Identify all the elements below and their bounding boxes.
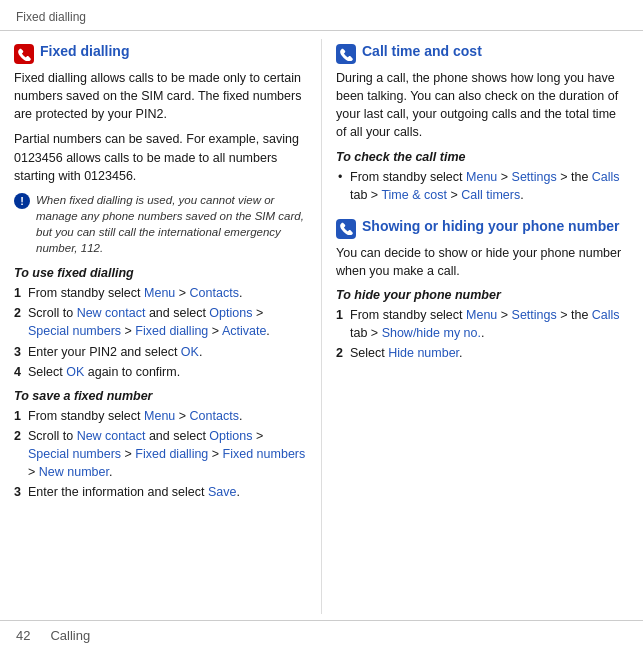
warning-icon: ! [14, 193, 30, 209]
link-hide-number[interactable]: Hide number [388, 346, 459, 360]
step-4: 4 Select OK again to confirm. [14, 363, 307, 381]
hide-step-1: 1 From standby select Menu > Settings > … [336, 306, 629, 342]
use-fixed-dialling-steps: 1 From standby select Menu > Contacts. 2… [14, 284, 307, 381]
save-fixed-number-heading: To save a fixed number [14, 389, 307, 403]
step-2: 2 Scroll to New contact and select Optio… [14, 304, 307, 340]
save-step-2: 2 Scroll to New contact and select Optio… [14, 427, 307, 481]
hide-number-heading: To hide your phone number [336, 288, 629, 302]
link-new-number[interactable]: New number [39, 465, 109, 479]
fixed-dialling-body2: Partial numbers can be saved. For exampl… [14, 130, 307, 184]
link-fixed-numbers[interactable]: Fixed numbers [223, 447, 306, 461]
link-menu-3[interactable]: Menu [466, 170, 497, 184]
step-1: 1 From standby select Menu > Contacts. [14, 284, 307, 302]
fixed-dialling-icon [14, 44, 34, 64]
phone-icon-3 [340, 222, 353, 235]
link-calls-tab-2[interactable]: Calls [592, 308, 620, 322]
link-special-numbers-1[interactable]: Special numbers [28, 324, 121, 338]
link-options-2[interactable]: Options [209, 429, 252, 443]
link-new-contact-1[interactable]: New contact [77, 306, 146, 320]
link-ok-2[interactable]: OK [66, 365, 84, 379]
top-label-text: Fixed dialling [16, 10, 86, 24]
link-new-contact-2[interactable]: New contact [77, 429, 146, 443]
link-time-cost[interactable]: Time & cost [381, 188, 447, 202]
page-number: 42 [16, 628, 30, 643]
warning-icon-mark: ! [20, 195, 24, 207]
warning-block: ! When fixed dialling is used, you canno… [14, 192, 307, 256]
hide-step-2: 2 Select Hide number. [336, 344, 629, 362]
call-time-body: During a call, the phone shows how long … [336, 69, 629, 142]
link-contacts-2[interactable]: Contacts [190, 409, 239, 423]
show-hide-body: You can decide to show or hide your phon… [336, 244, 629, 280]
save-step-1: 1 From standby select Menu > Contacts. [14, 407, 307, 425]
link-calls-tab-1[interactable]: Calls [592, 170, 620, 184]
show-hide-icon [336, 219, 356, 239]
link-menu-2[interactable]: Menu [144, 409, 175, 423]
link-call-timers[interactable]: Call timers [461, 188, 520, 202]
warning-text: When fixed dialling is used, you cannot … [36, 192, 307, 256]
left-column: Fixed dialling Fixed dialling allows cal… [0, 39, 322, 614]
show-hide-header: Showing or hiding your phone number [336, 218, 629, 239]
link-show-hide[interactable]: Show/hide my no. [382, 326, 481, 340]
link-settings-1[interactable]: Settings [512, 170, 557, 184]
link-ok-1[interactable]: OK [181, 345, 199, 359]
check-call-time-item: From standby select Menu > Settings > th… [336, 168, 629, 204]
phone-icon [18, 48, 31, 61]
link-menu-4[interactable]: Menu [466, 308, 497, 322]
link-save[interactable]: Save [208, 485, 237, 499]
link-options-1[interactable]: Options [209, 306, 252, 320]
right-column: Call time and cost During a call, the ph… [322, 39, 643, 614]
link-activate[interactable]: Activate [222, 324, 266, 338]
link-fixed-dialling-1[interactable]: Fixed dialling [135, 324, 208, 338]
link-contacts-1[interactable]: Contacts [190, 286, 239, 300]
link-special-numbers-2[interactable]: Special numbers [28, 447, 121, 461]
fixed-dialling-header: Fixed dialling [14, 43, 307, 64]
call-time-title: Call time and cost [362, 43, 482, 60]
fixed-dialling-body1: Fixed dialling allows calls to be made o… [14, 69, 307, 123]
call-time-header: Call time and cost [336, 43, 629, 64]
call-time-icon [336, 44, 356, 64]
fixed-dialling-title: Fixed dialling [40, 43, 129, 60]
page: Fixed dialling Fixed dialling Fixed dial… [0, 0, 643, 653]
link-fixed-dialling-2[interactable]: Fixed dialling [135, 447, 208, 461]
link-menu-1[interactable]: Menu [144, 286, 175, 300]
step-3: 3 Enter your PIN2 and select OK. [14, 343, 307, 361]
bottom-bar: 42 Calling [0, 620, 643, 643]
use-fixed-dialling-heading: To use fixed dialling [14, 266, 307, 280]
content: Fixed dialling Fixed dialling allows cal… [0, 39, 643, 614]
top-label: Fixed dialling [0, 10, 643, 31]
show-hide-title: Showing or hiding your phone number [362, 218, 619, 235]
link-settings-2[interactable]: Settings [512, 308, 557, 322]
hide-number-steps: 1 From standby select Menu > Settings > … [336, 306, 629, 362]
check-call-time-heading: To check the call time [336, 150, 629, 164]
bottom-label: Calling [50, 628, 90, 643]
save-fixed-number-steps: 1 From standby select Menu > Contacts. 2… [14, 407, 307, 502]
check-call-time-bullets: From standby select Menu > Settings > th… [336, 168, 629, 204]
save-step-3: 3 Enter the information and select Save. [14, 483, 307, 501]
phone-icon-2 [340, 48, 353, 61]
